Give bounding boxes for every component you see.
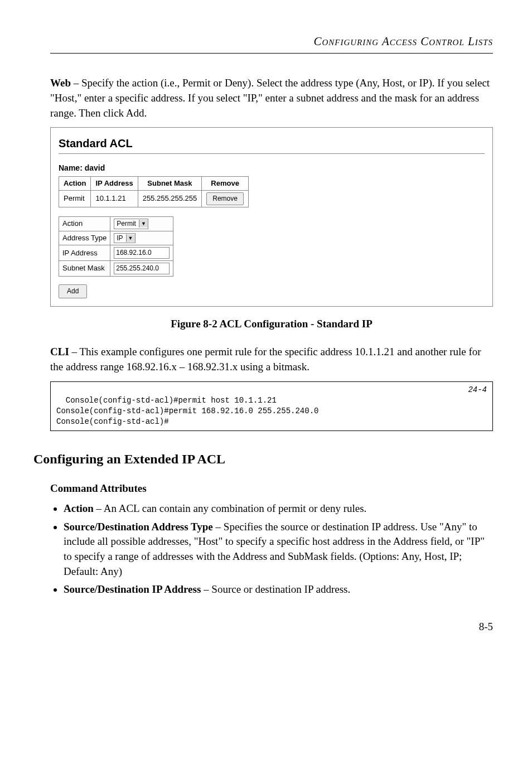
web-label: Web — [50, 77, 71, 89]
th-action: Action — [59, 176, 91, 190]
cell-ip: 10.1.1.21 — [91, 190, 138, 207]
acl-form: Action Permit ▼ Address Type IP ▼ IP Add… — [59, 216, 173, 277]
bullet-label: Source/Destination IP Address — [64, 583, 201, 595]
running-header-text: Configuring Access Control Lists — [313, 35, 493, 48]
cell-mask: 255.255.255.255 — [138, 190, 202, 207]
form-label-addr-type: Address Type — [59, 231, 110, 245]
action-dropdown[interactable]: Permit ▼ — [114, 219, 148, 229]
list-item: Source/Destination IP Address – Source o… — [64, 582, 493, 597]
web-text: – Specify the action (i.e., Permit or De… — [50, 77, 490, 118]
panel-title: Standard ACL — [59, 136, 485, 151]
subnet-mask-input[interactable]: 255.255.240.0 — [114, 263, 170, 274]
cli-code-block: 24-4Console(config-std-acl)#permit host … — [50, 381, 493, 432]
cli-paragraph: CLI – This example configures one permit… — [50, 345, 493, 374]
list-item: Source/Destination Address Type – Specif… — [64, 520, 493, 579]
chevron-down-icon: ▼ — [139, 220, 148, 228]
action-dropdown-value: Permit — [117, 219, 136, 229]
acl-rules-table: Action IP Address Subnet Mask Remove Per… — [59, 176, 249, 207]
code-lines: Console(config-std-acl)#permit host 10.1… — [56, 396, 318, 426]
form-field-action: Permit ▼ — [110, 216, 173, 231]
address-type-dropdown[interactable]: IP ▼ — [114, 233, 135, 244]
header-rule — [50, 53, 493, 54]
form-field-ip: 168.92.16.0 — [110, 245, 173, 261]
attribute-list: Action – An ACL can contain any combinat… — [50, 501, 493, 597]
section-title: Configuring an Extended IP ACL — [33, 450, 493, 469]
panel-rule — [59, 153, 485, 154]
bullet-label: Action — [64, 502, 94, 514]
bullet-label: Source/Destination Address Type — [64, 521, 213, 533]
cell-remove: Remove — [202, 190, 249, 207]
running-header: Configuring Access Control Lists — [50, 33, 493, 50]
bullet-text: – Source or destination IP address. — [201, 583, 350, 595]
form-label-action: Action — [59, 216, 110, 231]
remove-button[interactable]: Remove — [206, 192, 244, 205]
web-paragraph: Web – Specify the action (i.e., Permit o… — [50, 76, 493, 120]
table-row: Permit 10.1.1.21 255.255.255.255 Remove — [59, 190, 249, 207]
figure-caption: Figure 8-2 ACL Configuration - Standard … — [50, 317, 493, 332]
list-item: Action – An ACL can contain any combinat… — [64, 501, 493, 516]
page-number: 8-5 — [50, 620, 493, 635]
th-remove: Remove — [202, 176, 249, 190]
form-label-ip: IP Address — [59, 245, 110, 261]
cli-label: CLI — [50, 346, 69, 357]
bullet-text: – An ACL can contain any combination of … — [94, 502, 367, 514]
cell-action: Permit — [59, 190, 91, 207]
subheading: Command Attributes — [50, 481, 493, 496]
form-label-mask: Subnet Mask — [59, 261, 110, 277]
th-mask: Subnet Mask — [138, 176, 202, 190]
form-field-mask: 255.255.240.0 — [110, 261, 173, 277]
form-field-addr-type: IP ▼ — [110, 231, 173, 245]
ip-address-input[interactable]: 168.92.16.0 — [114, 247, 170, 259]
panel-name-line: Name: david — [59, 163, 485, 174]
standard-acl-panel: Standard ACL Name: david Action IP Addre… — [50, 127, 493, 307]
th-ip: IP Address — [91, 176, 138, 190]
code-reference: 24-4 — [468, 385, 487, 395]
chevron-down-icon: ▼ — [126, 234, 135, 242]
add-button[interactable]: Add — [59, 284, 87, 298]
cli-text: – This example configures one permit rul… — [50, 346, 481, 373]
table-header-row: Action IP Address Subnet Mask Remove — [59, 176, 249, 190]
address-type-dropdown-value: IP — [117, 234, 123, 243]
